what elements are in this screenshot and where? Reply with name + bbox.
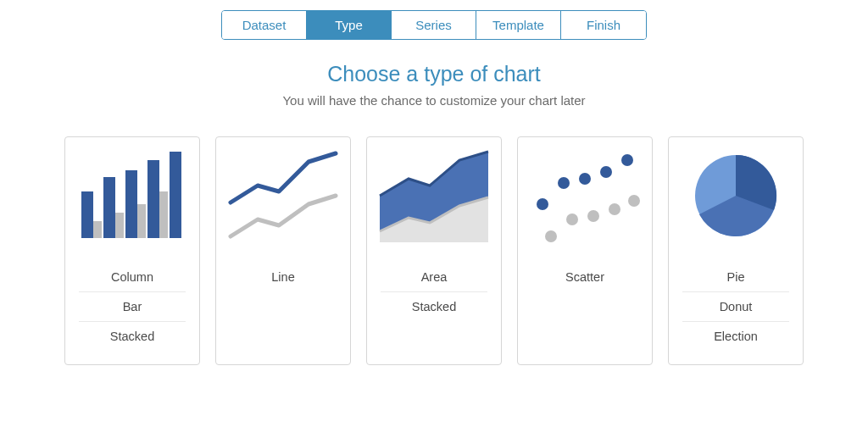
tab-dataset[interactable]: Dataset: [222, 11, 307, 39]
card-line-options: Line: [216, 254, 350, 305]
chart-card-scatter[interactable]: Scatter: [517, 136, 653, 365]
tab-finish[interactable]: Finish: [561, 11, 646, 39]
wizard-tabs-inner: Dataset Type Series Template Finish: [221, 10, 647, 40]
svg-point-14: [600, 166, 612, 178]
option-column-stacked[interactable]: Stacked: [79, 322, 186, 351]
option-area-stacked[interactable]: Stacked: [381, 292, 487, 321]
header: Choose a type of chart You will have the…: [0, 62, 868, 108]
svg-point-13: [579, 173, 591, 185]
svg-rect-7: [137, 204, 146, 238]
svg-rect-3: [147, 160, 159, 238]
card-pie-options: Pie Donut Election: [669, 254, 803, 364]
svg-rect-6: [115, 213, 124, 238]
svg-point-15: [621, 154, 633, 166]
svg-point-19: [609, 203, 620, 215]
line-chart-icon: [216, 137, 350, 254]
option-scatter[interactable]: Scatter: [531, 263, 638, 291]
chart-card-pie[interactable]: Pie Donut Election: [668, 136, 804, 365]
option-bar[interactable]: Bar: [79, 292, 186, 322]
svg-point-16: [545, 230, 557, 242]
card-area-options: Area Stacked: [367, 254, 501, 335]
svg-point-18: [587, 210, 599, 222]
tab-template[interactable]: Template: [476, 11, 561, 39]
page-title: Choose a type of chart: [0, 62, 868, 86]
chart-card-area[interactable]: Area Stacked: [366, 136, 502, 365]
svg-rect-8: [159, 191, 168, 238]
svg-rect-2: [125, 170, 137, 238]
option-area[interactable]: Area: [381, 263, 487, 292]
svg-point-12: [558, 177, 570, 189]
card-scatter-options: Scatter: [518, 254, 652, 305]
option-pie[interactable]: Pie: [682, 263, 789, 292]
option-column[interactable]: Column: [79, 263, 186, 292]
svg-rect-1: [103, 177, 115, 238]
area-chart-icon: [367, 137, 501, 254]
svg-point-11: [537, 198, 548, 210]
svg-point-20: [628, 195, 640, 207]
svg-rect-4: [170, 152, 181, 238]
card-column-options: Column Bar Stacked: [65, 254, 199, 364]
scatter-chart-icon: [518, 137, 652, 254]
chart-card-line[interactable]: Line: [215, 136, 351, 365]
chart-card-column[interactable]: Column Bar Stacked: [64, 136, 200, 365]
svg-rect-5: [93, 221, 102, 238]
page-subtitle: You will have the chance to customize yo…: [0, 93, 868, 108]
svg-rect-0: [81, 191, 93, 238]
option-election[interactable]: Election: [682, 322, 789, 351]
pie-chart-icon: [669, 137, 803, 254]
tab-series[interactable]: Series: [392, 11, 476, 39]
chart-type-cards: Column Bar Stacked Line Area: [0, 136, 868, 365]
wizard-tabs: Dataset Type Series Template Finish: [0, 0, 868, 40]
tab-type[interactable]: Type: [307, 11, 392, 39]
option-donut[interactable]: Donut: [682, 292, 789, 322]
option-line[interactable]: Line: [230, 263, 337, 291]
svg-point-17: [566, 213, 578, 225]
column-chart-icon: [65, 137, 199, 254]
